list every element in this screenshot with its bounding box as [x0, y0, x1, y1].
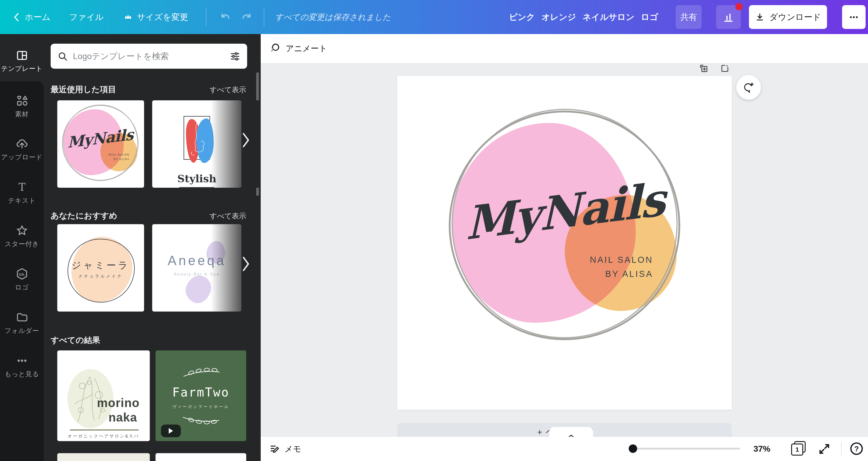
carousel-next-icon[interactable] — [239, 130, 252, 150]
template-card-stylish[interactable]: Stylish 毎日をおしゃれに — [152, 100, 241, 188]
aneeqa-blob-bottom — [182, 272, 215, 306]
canvas-background[interactable]: MyNails NAIL SALON BY ALISA ＋ ページを追加 — [261, 63, 868, 461]
elements-icon — [16, 94, 29, 107]
topbar: ホーム ファイル サイズを変更 すべての変更は保存されました ピンク オレンジ … — [0, 0, 868, 34]
stylish-name: Stylish — [152, 173, 241, 185]
redo-button[interactable] — [240, 10, 253, 24]
templates-panel: 最近使用した項目 すべて表示 MyNails NAIL SALON BY ALI… — [44, 34, 261, 461]
fullscreen-button[interactable] — [817, 442, 832, 456]
duplicate-page-icon — [699, 63, 709, 73]
zoom-level: 37% — [748, 444, 775, 454]
file-label: ファイル — [69, 11, 104, 23]
memo-label: メモ — [284, 443, 301, 454]
template-card-aneeqa[interactable]: Aneeqa Beauty Bar & Spa — [152, 224, 241, 312]
sidebar-item-more[interactable]: もっと見る — [0, 348, 44, 385]
sidebar-rail: テンプレート 素材 アップロード T テキスト スター付き co. ロゴ フォル… — [0, 34, 44, 461]
expand-icon — [817, 442, 832, 456]
sidebar-label: テキスト — [8, 196, 36, 205]
undo-button[interactable] — [218, 10, 232, 24]
template-card-morinonaka[interactable]: morino naka オーガニックヘアサロン&スパ — [57, 350, 150, 441]
memo-button[interactable]: メモ — [269, 441, 301, 457]
farmtwo-branch-top — [182, 366, 221, 378]
farmtwo-branch-bottom — [181, 414, 221, 427]
stylish-divider — [179, 187, 214, 188]
sidebar-item-starred[interactable]: スター付き — [0, 218, 44, 254]
animate-label: アニメート — [286, 43, 327, 54]
sidebar-item-uploads[interactable]: アップロード — [0, 131, 44, 167]
design-title[interactable]: ピンク オレンジ ネイルサロン ロゴ — [509, 11, 658, 23]
stylish-face-lines — [188, 121, 212, 161]
template-card-partial[interactable] — [156, 453, 246, 461]
show-all-recent[interactable]: すべて表示 — [210, 85, 246, 95]
svg-text:T: T — [19, 181, 25, 193]
redo-icon — [240, 10, 253, 24]
carousel-next-icon[interactable] — [239, 254, 252, 274]
notification-dot — [735, 3, 743, 10]
logo-hexagon-icon: co. — [16, 267, 29, 280]
template-card-partial[interactable] — [57, 453, 150, 461]
help-button[interactable]: ? — [849, 441, 864, 456]
add-comment-button[interactable] — [736, 75, 761, 100]
insights-button[interactable] — [716, 5, 741, 29]
saved-status: すべての変更は保存されました — [275, 12, 391, 23]
sidebar-item-logos[interactable]: co. ロゴ — [0, 262, 44, 298]
play-icon — [168, 428, 174, 434]
show-all-recommended[interactable]: すべて表示 — [210, 211, 246, 221]
duplicate-page-button[interactable] — [697, 62, 710, 75]
design-artboard-page1[interactable]: MyNails NAIL SALON BY ALISA — [397, 76, 732, 410]
home-button[interactable]: ホーム — [13, 11, 50, 23]
ellipsis-icon — [849, 12, 859, 22]
sidebar-item-templates[interactable]: テンプレート — [0, 43, 44, 79]
filter-icon[interactable] — [230, 51, 241, 62]
section-title-recent: 最近使用した項目 — [51, 84, 116, 95]
search-input[interactable] — [73, 52, 225, 61]
zoom-slider[interactable] — [630, 448, 740, 450]
sidebar-item-elements[interactable]: 素材 — [0, 88, 44, 124]
more-options-button[interactable] — [842, 5, 866, 29]
page-count: 1 — [791, 443, 803, 456]
download-icon — [755, 12, 765, 22]
undo-icon — [218, 10, 232, 24]
video-play-badge — [161, 425, 181, 437]
panel-scrollbar[interactable] — [256, 72, 259, 196]
template-card-farmtwo[interactable]: FarmTwo ヴィーガンフードホール — [156, 350, 246, 441]
add-page-button[interactable] — [718, 62, 732, 75]
sidebar-label: フォルダー — [4, 326, 39, 335]
mynails-logo-design[interactable]: MyNails NAIL SALON BY ALISA — [447, 109, 682, 344]
template-icon — [16, 49, 28, 62]
bottombar: メモ 37% 1 ? — [261, 437, 868, 461]
logo-subtitle: NAIL SALON BY ALISA — [108, 152, 129, 161]
sidebar-label: スター付き — [4, 240, 39, 249]
resize-button[interactable]: サイズを変更 — [124, 11, 188, 23]
upload-icon — [16, 137, 29, 150]
farmtwo-name: FarmTwo — [156, 386, 246, 399]
divider — [841, 442, 842, 456]
share-button[interactable]: 共有 — [676, 5, 702, 29]
sidebar-item-folders[interactable]: フォルダー — [0, 305, 44, 341]
section-title-recommended: あなたにおすすめ — [51, 210, 117, 221]
text-icon: T — [16, 181, 29, 194]
aneeqa-name: Aneeqa — [152, 253, 241, 268]
file-button[interactable]: ファイル — [69, 11, 104, 23]
morinonaka-name1: morino — [90, 396, 146, 410]
search-box — [51, 44, 247, 69]
sidebar-item-text[interactable]: T テキスト — [0, 175, 44, 211]
download-label: ダウンロード — [770, 11, 821, 23]
logo-subtitle-line1: NAIL SALON — [108, 152, 129, 157]
morinonaka-name2: naka — [99, 411, 146, 424]
morinonaka-tagline: オーガニックヘアサロン&スパ — [57, 434, 150, 439]
download-button[interactable]: ダウンロード — [749, 5, 827, 29]
section-title-all-results: すべての結果 — [51, 335, 100, 346]
bar-chart-icon — [722, 11, 735, 23]
aneeqa-tagline: Beauty Bar & Spa — [152, 272, 241, 276]
home-label: ホーム — [25, 11, 50, 23]
animate-button[interactable]: アニメート — [269, 41, 327, 56]
jamila-name: ジャミーラ — [57, 259, 144, 272]
mynails-thumbnail: MyNails NAIL SALON BY ALISA — [61, 104, 139, 182]
template-card-jamila[interactable]: ジャミーラ ナチュラルメイク — [57, 224, 144, 312]
template-card-mynails[interactable]: MyNails NAIL SALON BY ALISA — [57, 100, 144, 188]
resize-label: サイズを変更 — [137, 11, 188, 23]
zoom-slider-thumb[interactable] — [629, 444, 637, 453]
pages-button[interactable]: 1 — [790, 441, 807, 457]
memo-icon — [269, 443, 281, 455]
